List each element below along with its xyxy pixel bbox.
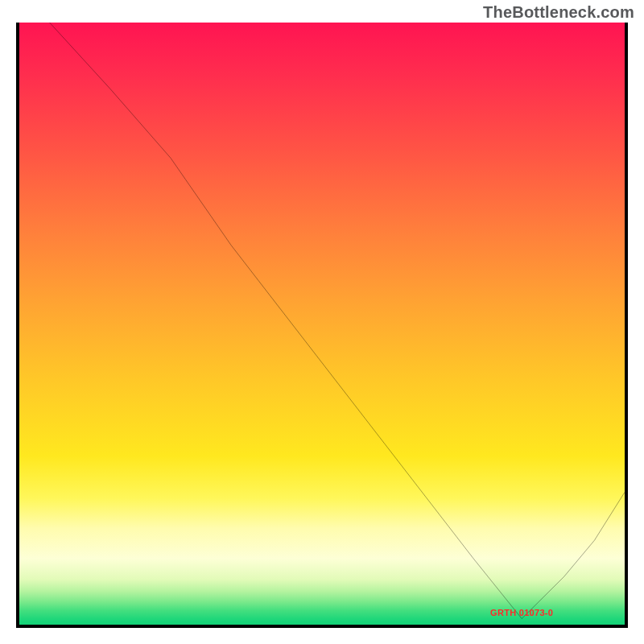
main-curve: [50, 23, 625, 619]
curve-layer: [19, 23, 625, 625]
chart-frame: TheBottleneck.com GRTH 01073-0: [0, 0, 644, 644]
attribution-text: TheBottleneck.com: [483, 3, 634, 22]
plot-area: GRTH 01073-0: [16, 23, 628, 628]
marker-label: GRTH 01073-0: [490, 608, 553, 617]
